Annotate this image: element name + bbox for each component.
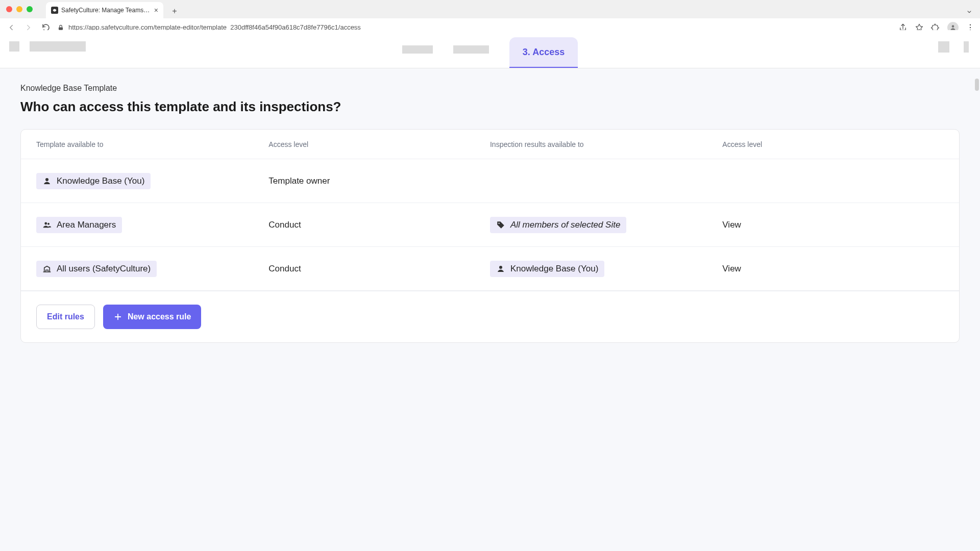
subject-chip: Knowledge Base (You) [36,173,151,189]
svg-rect-1 [59,27,63,30]
tab-access[interactable]: 3. Access [509,37,578,68]
result-chip: All members of selected Site [490,217,626,233]
page-title: Who can access this template and its ins… [20,99,960,115]
svg-point-7 [44,222,47,224]
svg-point-2 [952,25,954,28]
col-template-available: Template available to [36,140,268,148]
tab-placeholder-2[interactable] [453,45,489,54]
traffic-lights [0,0,39,12]
table-header-row: Template available to Access level Inspe… [21,130,959,159]
svg-point-6 [45,178,48,181]
group-icon [42,220,52,230]
access-left: Template owner [268,176,490,186]
header-action-2[interactable] [964,41,969,53]
favicon-icon [51,7,58,14]
access-right: View [722,264,944,274]
menu-icon-placeholder[interactable] [9,41,19,52]
new-access-rule-button[interactable]: New access rule [103,305,202,329]
table-row: Knowledge Base (You) Template owner [21,159,959,203]
svg-point-8 [47,222,50,224]
window-maximize-icon[interactable] [27,6,33,12]
tabs-overflow-icon[interactable] [966,8,973,15]
plus-icon [113,312,122,321]
tag-icon [496,220,505,230]
col-access-right: Access level [722,140,944,148]
new-tab-button[interactable]: + [167,4,182,18]
svg-point-3 [970,24,971,25]
access-card: Template available to Access level Inspe… [20,129,960,343]
edit-rules-button[interactable]: Edit rules [36,305,95,329]
svg-point-4 [970,27,971,28]
app-header: 3. Access [0,30,980,68]
edit-rules-label: Edit rules [47,312,84,321]
window-close-icon[interactable] [6,6,12,12]
access-left: Conduct [268,264,490,274]
subject-label: Area Managers [57,220,116,230]
breadcrumb: Knowledge Base Template [20,84,960,93]
subject-chip: Area Managers [36,217,122,233]
logo-placeholder [30,41,86,52]
tab-access-label: 3. Access [523,47,565,58]
subject-label: Knowledge Base (You) [57,176,144,186]
result-chip: Knowledge Base (You) [490,261,604,277]
result-label: Knowledge Base (You) [510,264,598,274]
svg-point-9 [498,222,499,223]
table-row: All users (SafetyCulture) Conduct Knowle… [21,247,959,291]
page-body: Knowledge Base Template Who can access t… [0,68,980,551]
subject-chip: All users (SafetyCulture) [36,261,157,277]
person-icon [42,177,52,186]
card-actions: Edit rules New access rule [21,291,959,342]
access-right: View [722,220,944,230]
result-label: All members of selected Site [510,220,620,230]
svg-point-10 [499,266,502,269]
header-action-1[interactable] [938,41,949,53]
scrollbar[interactable] [975,79,979,91]
window-minimize-icon[interactable] [16,6,22,12]
tab-placeholder-1[interactable] [402,45,433,54]
subject-label: All users (SafetyCulture) [57,264,151,274]
organization-icon [42,264,52,273]
browser-tab-title: SafetyCulture: Manage Teams and ... [61,7,151,14]
table-row: Area Managers Conduct All members of sel… [21,203,959,247]
person-icon [496,264,505,273]
browser-tab[interactable]: SafetyCulture: Manage Teams and ... × [46,2,163,18]
browser-chrome: SafetyCulture: Manage Teams and ... × + … [0,0,980,30]
col-results-available: Inspection results available to [490,140,722,148]
access-left: Conduct [268,220,490,230]
col-access-left: Access level [268,140,490,148]
new-access-rule-label: New access rule [128,312,191,321]
tab-close-icon[interactable]: × [154,7,158,14]
